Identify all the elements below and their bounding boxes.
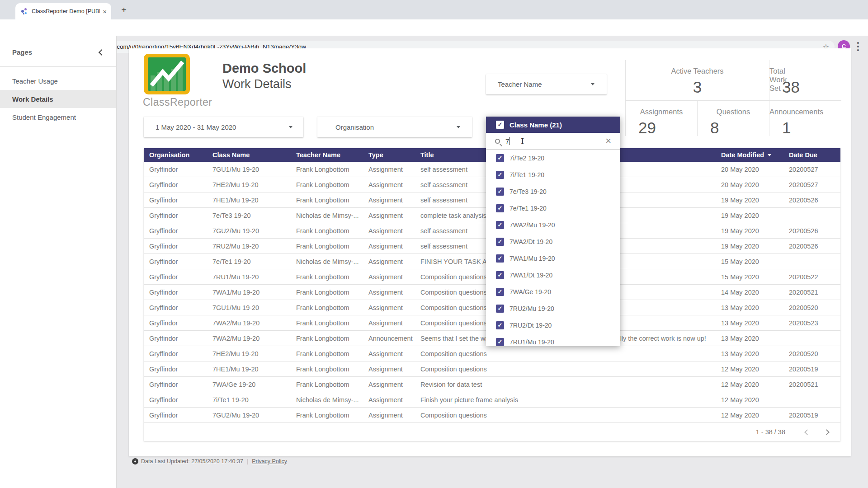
previous-page-icon[interactable] <box>804 429 810 435</box>
pagination-range: 1 - 38 / 38 <box>756 428 785 436</box>
checked-checkbox[interactable] <box>496 338 504 346</box>
date-range-value: 1 May 2020 - 31 May 2020 <box>156 123 236 131</box>
class-name-option-label: 7WA/Ge 19-20 <box>509 288 551 296</box>
browser-menu-icon[interactable]: ••• <box>856 41 860 52</box>
clear-search-icon[interactable]: × <box>605 136 611 145</box>
organisation-filter[interactable]: Organisation <box>317 117 472 137</box>
browser-toolbar: ← → ⟳ datastudio.google.com/u/0/reportin… <box>0 19 868 36</box>
column-header-class-name[interactable]: Class Name <box>207 151 291 159</box>
cell-date-modified: 19 May 2020 <box>716 197 783 204</box>
cell-teacher-name: Frank Longbottom <box>291 350 363 357</box>
checked-checkbox[interactable] <box>496 305 504 313</box>
checked-checkbox[interactable] <box>496 271 504 279</box>
class-name-option[interactable]: 7WA1/Mu 19-20 <box>486 250 620 267</box>
checked-checkbox[interactable] <box>496 188 504 196</box>
class-name-option[interactable]: 7RU1/Mu 19-20 <box>486 333 620 346</box>
search-input[interactable]: 7 <box>505 137 509 145</box>
sidebar-page-label: Work Details <box>12 95 53 103</box>
class-name-option[interactable]: 7e/Te3 19-20 <box>486 183 620 200</box>
class-name-option-label: 7WA1/Dt 19-20 <box>509 272 552 279</box>
sort-descending-icon <box>768 154 771 156</box>
cell-teacher-name: Nicholas de Mimsy-... <box>291 258 363 265</box>
browser-tab[interactable]: ClassReporter Demo [PUBLIC] × <box>15 3 111 19</box>
cell-date-due: 20200519 <box>783 412 840 419</box>
cell-title: Revision for data test <box>415 381 716 388</box>
class-name-option[interactable]: 7i/Te1 19-20 <box>486 166 620 183</box>
collapse-sidebar-icon[interactable] <box>99 49 105 56</box>
class-name-option[interactable]: 7e/Te1 19-20 <box>486 200 620 216</box>
checked-checkbox[interactable] <box>496 221 504 229</box>
checked-checkbox[interactable] <box>496 238 504 246</box>
class-name-option[interactable]: 7WA1/Dt 19-20 <box>486 267 620 283</box>
pages-sidebar: Pages Teacher Usage Work Details Student… <box>0 36 117 488</box>
privacy-policy-link[interactable]: Privacy Policy <box>252 458 287 465</box>
cell-type: Assignment <box>363 396 415 404</box>
next-page-icon[interactable] <box>824 429 830 435</box>
class-name-option[interactable]: 7RU2/Mu 19-20 <box>486 300 620 317</box>
select-all-checkbox[interactable] <box>496 121 504 129</box>
cell-class-name: 7HE1/Mu 19-20 <box>207 366 291 373</box>
checked-checkbox[interactable] <box>496 254 504 263</box>
checked-checkbox[interactable] <box>496 204 504 212</box>
table-row: Gryffindor 7HE2/Mu 19-20 Frank Longbotto… <box>144 346 840 361</box>
class-name-option[interactable]: 7WA/Ge 19-20 <box>486 283 620 300</box>
table-pagination: 1 - 38 / 38 <box>756 428 829 436</box>
class-name-dropdown-header[interactable]: Class Name (21) <box>486 117 620 133</box>
search-icon <box>495 139 500 144</box>
cell-organisation: Gryffindor <box>144 273 207 281</box>
cell-title: Composition questions <box>415 412 716 419</box>
class-name-option[interactable]: 7RU2/Dt 19-20 <box>486 317 620 333</box>
cell-teacher-name: Frank Longbottom <box>291 181 363 188</box>
column-header-date-modified[interactable]: Date Modified <box>716 151 783 159</box>
sidebar-page-item[interactable]: Work Details <box>0 90 116 108</box>
cell-date-modified: 12 May 2020 <box>716 396 783 404</box>
column-header-date-due[interactable]: Date Due <box>783 151 840 159</box>
teacher-name-filter[interactable]: Teacher Name <box>486 74 607 94</box>
class-name-option[interactable]: 7WA2/Dt 19-20 <box>486 233 620 250</box>
cell-organisation: Gryffindor <box>144 304 207 311</box>
cell-date-modified: 20 May 2020 <box>716 166 783 173</box>
cell-title: Composition questions <box>415 366 716 373</box>
class-name-search-row: 7 I × <box>486 133 620 150</box>
date-range-filter[interactable]: 1 May 2020 - 31 May 2020 <box>144 117 303 137</box>
data-freshness-icon <box>132 458 138 465</box>
sidebar-page-item[interactable]: Student Engagement <box>0 108 116 126</box>
cell-date-due: 20200527 <box>783 181 840 188</box>
footer-separator: | <box>247 458 248 465</box>
scorecard-value: 38 <box>782 78 800 96</box>
school-title: Demo School <box>222 61 306 76</box>
cell-class-name: 7HE2/Mu 19-20 <box>207 181 291 188</box>
sidebar-page-item[interactable]: Teacher Usage <box>0 72 116 90</box>
class-name-option[interactable]: 7WA2/Mu 19-20 <box>486 216 620 233</box>
checked-checkbox[interactable] <box>496 171 504 179</box>
cell-type: Assignment <box>363 227 415 235</box>
cell-organisation: Gryffindor <box>144 212 207 219</box>
column-header-organisation[interactable]: Organisation <box>144 151 207 159</box>
cell-class-name: 7e/Te1 19-20 <box>207 258 291 265</box>
cell-type: Assignment <box>363 289 415 296</box>
cell-teacher-name: Frank Longbottom <box>291 319 363 327</box>
scorecard-value: 1 <box>782 119 791 137</box>
close-tab-icon[interactable]: × <box>103 8 107 15</box>
new-tab-button[interactable]: + <box>118 5 129 16</box>
class-name-option-label: 7RU2/Mu 19-20 <box>509 305 554 312</box>
cell-organisation: Gryffindor <box>144 181 207 188</box>
class-name-option[interactable]: 7i/Te2 19-20 <box>486 150 620 166</box>
column-header-teacher-name[interactable]: Teacher Name <box>291 151 363 159</box>
column-header-type[interactable]: Type <box>363 151 415 159</box>
cell-date-modified: 13 May 2020 <box>716 304 783 311</box>
class-name-option-label: 7e/Te1 19-20 <box>509 205 547 212</box>
cell-date-due: 20200522 <box>783 273 840 281</box>
checked-checkbox[interactable] <box>496 154 504 162</box>
cell-organisation: Gryffindor <box>144 258 207 265</box>
cell-organisation: Gryffindor <box>144 350 207 357</box>
checked-checkbox[interactable] <box>496 321 504 329</box>
cell-date-modified: 19 May 2020 <box>716 243 783 250</box>
scorecard: Announcements 1 <box>769 101 769 136</box>
cell-date-due: 20200520 <box>783 304 840 311</box>
cell-type: Assignment <box>363 258 415 265</box>
checked-checkbox[interactable] <box>496 288 504 296</box>
cell-date-due: 20200523 <box>783 319 840 327</box>
cell-date-due: 20200521 <box>783 381 840 388</box>
brand-name: ClassReporter <box>143 96 215 108</box>
